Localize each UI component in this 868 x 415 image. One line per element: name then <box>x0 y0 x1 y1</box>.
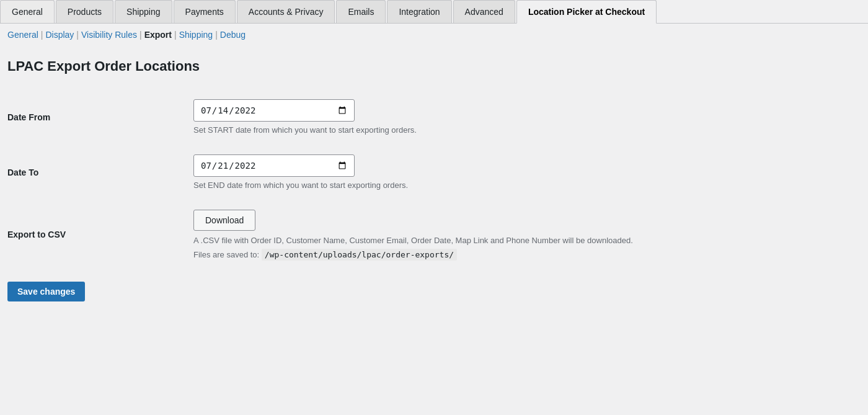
subnav-separator-2: | <box>76 30 79 40</box>
subnav: General | Display | Visibility Rules | E… <box>0 24 868 46</box>
tab-shipping[interactable]: Shipping <box>115 0 172 23</box>
file-path: /wp-content/uploads/lpac/order-exports/ <box>262 249 457 261</box>
subnav-separator-5: | <box>215 30 218 40</box>
page-title: LPAC Export Order Locations <box>7 58 861 74</box>
date-to-row: Date To Set END date from which you want… <box>7 145 861 200</box>
subnav-item-shipping[interactable]: Shipping <box>179 30 213 40</box>
tab-integration[interactable]: Integration <box>387 0 451 23</box>
date-to-input[interactable] <box>193 154 355 177</box>
tab-general[interactable]: General <box>0 0 55 23</box>
subnav-item-visibility-rules[interactable]: Visibility Rules <box>81 30 137 40</box>
export-csv-row: Export to CSV Download A .CSV file with … <box>7 200 861 269</box>
save-changes-button[interactable]: Save changes <box>7 282 85 301</box>
date-from-row: Date From Set START date from which you … <box>7 89 861 145</box>
tab-advanced[interactable]: Advanced <box>453 0 515 23</box>
date-to-description: Set END date from which you want to star… <box>193 181 861 190</box>
subnav-item-general[interactable]: General <box>7 30 38 40</box>
form-table: Date From Set START date from which you … <box>7 89 861 269</box>
export-description-line2: Files are saved to: /wp-content/uploads/… <box>193 250 751 259</box>
date-from-label: Date From <box>7 112 50 122</box>
export-description-line1: A .CSV file with Order ID, Customer Name… <box>193 236 751 245</box>
date-from-description: Set START date from which you want to st… <box>193 125 861 135</box>
tab-products[interactable]: Products <box>56 0 113 23</box>
subnav-separator-3: | <box>140 30 142 40</box>
date-to-label: Date To <box>7 167 38 177</box>
subnav-item-display[interactable]: Display <box>45 30 74 40</box>
download-button[interactable]: Download <box>193 210 255 231</box>
tab-emails[interactable]: Emails <box>336 0 386 23</box>
tabs-bar: General Products Shipping Payments Accou… <box>0 0 868 24</box>
subnav-separator-1: | <box>41 30 43 40</box>
export-description-prefix: Files are saved to: <box>193 250 262 259</box>
tab-payments[interactable]: Payments <box>174 0 236 23</box>
subnav-separator-4: | <box>174 30 177 40</box>
export-csv-label: Export to CSV <box>7 230 66 239</box>
tab-location-picker[interactable]: Location Picker at Checkout <box>516 0 657 24</box>
tab-accounts-privacy[interactable]: Accounts & Privacy <box>237 0 335 23</box>
subnav-item-export: Export <box>144 30 172 40</box>
main-content: LPAC Export Order Locations Date From Se… <box>0 46 868 320</box>
subnav-item-debug[interactable]: Debug <box>220 30 246 40</box>
date-from-input[interactable] <box>193 99 355 122</box>
